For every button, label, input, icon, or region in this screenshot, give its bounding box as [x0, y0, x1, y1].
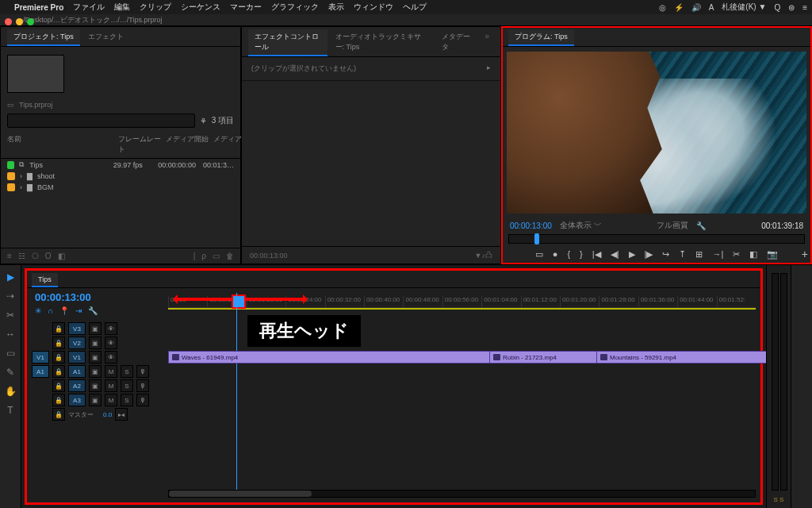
timeline-timecode[interactable]: 00:00:13:00	[35, 291, 91, 303]
zoom-slider-icon[interactable]: O	[45, 252, 52, 260]
status-record-icon[interactable]: ◎	[659, 3, 666, 12]
menu-marker[interactable]: マーカー	[230, 2, 262, 13]
menu-graphics[interactable]: グラフィック	[271, 2, 319, 13]
lock-icon[interactable]: 🔒	[52, 379, 65, 392]
clip-robin[interactable]: Robin - 21723.mp4	[489, 351, 601, 364]
document-tab[interactable]: ~/Desktop/…ビデオストック…/…/Tips.prproj	[0, 14, 812, 26]
trash-icon[interactable]: 🗑	[226, 252, 234, 260]
lift-icon[interactable]: ⤒	[679, 249, 686, 260]
tab-project[interactable]: プロジェクト: Tips	[7, 29, 80, 46]
track-label[interactable]: A3	[68, 394, 86, 406]
master-value[interactable]: 0.0	[103, 411, 112, 418]
comparison-icon[interactable]: ✂	[733, 249, 740, 260]
track-label[interactable]: V1	[68, 351, 86, 364]
status-notifications-icon[interactable]: ≡	[802, 3, 807, 12]
program-timecode[interactable]: 00:00:13:00	[510, 221, 552, 230]
zoom-icon[interactable]	[27, 18, 34, 25]
status-user[interactable]: 札後健(K) ▼	[722, 2, 766, 13]
menu-help[interactable]: ヘルプ	[403, 2, 427, 13]
snap-icon[interactable]: ✳	[35, 306, 41, 315]
toggle-output-icon[interactable]: ▣	[89, 365, 102, 378]
menu-clip[interactable]: クリップ	[140, 2, 171, 13]
status-wifi-icon[interactable]: ⚡	[674, 3, 684, 12]
meter-solo-labels[interactable]: S S	[767, 496, 791, 503]
col-media-start[interactable]: メディア開始	[166, 134, 213, 155]
track-select-tool-icon[interactable]: ⇢	[6, 291, 14, 302]
tab-program[interactable]: プログラム: Tips	[508, 29, 574, 46]
close-icon[interactable]	[5, 18, 12, 25]
source-patch-a1[interactable]: A1	[32, 365, 49, 378]
go-in-icon[interactable]: {	[567, 249, 570, 260]
eye-icon[interactable]: 👁	[105, 351, 117, 364]
project-search-input[interactable]	[7, 114, 195, 128]
eye-icon[interactable]: 👁	[105, 322, 117, 335]
project-row-folder-bgm[interactable]: › ▇ BGM	[1, 182, 240, 193]
auto-seq-icon[interactable]: |	[193, 252, 196, 260]
track-a3[interactable]: 🔒A3▣MS🎙	[32, 393, 756, 407]
program-quality-select[interactable]: フル画質	[657, 220, 688, 231]
minimize-icon[interactable]	[16, 18, 23, 25]
track-v1[interactable]: V1🔒V1▣👁 Waves - 61949.mp4 Robin - 21723.…	[32, 350, 756, 364]
app-name[interactable]: Premiere Pro	[14, 3, 63, 12]
mark-out-icon[interactable]: ●	[553, 249, 558, 260]
frame-fwd-icon[interactable]: |▶	[645, 249, 653, 260]
window-controls[interactable]	[0, 14, 39, 29]
filter-icon[interactable]: ⚘	[200, 117, 207, 125]
sort-icon[interactable]: ◧	[58, 252, 65, 260]
chevron-right-icon[interactable]: ›	[20, 183, 22, 191]
insert-icon[interactable]: ⇥	[75, 306, 82, 315]
find-icon[interactable]: ρ	[201, 252, 206, 260]
pen-tool-icon[interactable]: ✎	[6, 367, 14, 378]
tab-effects[interactable]: エフェクト	[82, 29, 130, 46]
track-a1[interactable]: A1🔒A1▣MS🎙	[32, 364, 756, 379]
freeform-view-icon[interactable]: ⎔	[32, 252, 39, 260]
menu-view[interactable]: 表示	[328, 2, 344, 13]
frame-back-icon[interactable]: ◀|	[611, 249, 619, 260]
menu-file[interactable]: ファイル	[73, 2, 105, 13]
settings-icon[interactable]: 🔧	[696, 221, 706, 230]
lock-icon[interactable]: 🔒	[52, 337, 65, 349]
slip-tool-icon[interactable]: ▭	[6, 348, 15, 359]
eye-icon[interactable]: 👁	[105, 337, 117, 349]
track-v3[interactable]: 🔒V3▣👁	[32, 321, 756, 336]
list-view-icon[interactable]: ≡	[7, 252, 12, 260]
status-sound-icon[interactable]: 🔊	[691, 3, 701, 12]
voiceover-icon[interactable]: 🎙	[136, 365, 149, 378]
toggle-output-icon[interactable]: ▣	[89, 379, 102, 392]
new-bin-icon[interactable]: ▭	[213, 252, 220, 260]
sequence-thumbnail[interactable]	[7, 55, 64, 93]
tab-effect-controls[interactable]: エフェクトコントロール	[248, 29, 327, 56]
type-tool-icon[interactable]: T	[7, 405, 13, 416]
track-label[interactable]: A2	[68, 379, 86, 392]
tab-sequence[interactable]: Tips	[32, 273, 58, 287]
lock-icon[interactable]: 🔒	[52, 351, 65, 364]
audio-meter[interactable]: S S	[766, 265, 791, 508]
linked-sel-icon[interactable]: ∩	[48, 306, 53, 315]
program-zoom-select[interactable]: 全体表示 ﹀	[560, 220, 602, 231]
step-fwd-icon[interactable]: ↪	[662, 249, 669, 260]
col-media[interactable]: メディア	[213, 134, 245, 155]
selection-tool-icon[interactable]: ▶	[7, 271, 14, 283]
track-label[interactable]: V2	[68, 337, 86, 349]
track-v2[interactable]: 🔒V2▣👁	[32, 336, 756, 350]
status-search-icon[interactable]: Q	[774, 3, 780, 12]
track-label[interactable]: V3	[68, 322, 86, 335]
settings-icon[interactable]: 🔧	[88, 306, 98, 315]
track-label[interactable]: A1	[68, 365, 86, 378]
col-framerate[interactable]: フレームレート	[118, 134, 166, 155]
ripple-tool-icon[interactable]: ✂	[6, 310, 14, 321]
export-frame-icon[interactable]: →|	[712, 249, 723, 260]
project-row-folder-shoot[interactable]: › ▇ shoot	[1, 171, 240, 182]
work-area-bar[interactable]	[168, 308, 756, 310]
toggle-output-icon[interactable]: ▣	[89, 351, 102, 364]
track-master[interactable]: 🔒マスター0.0▸◂	[32, 407, 756, 421]
lock-icon[interactable]: 🔒	[52, 322, 65, 335]
extract-icon[interactable]: ⊞	[695, 249, 703, 260]
project-row-sequence[interactable]: ⧉ Tips 29.97 fps 00:00:00:00 00:01:3…	[1, 159, 240, 171]
program-scrub-bar[interactable]	[508, 234, 805, 244]
menu-edit[interactable]: 編集	[114, 2, 130, 13]
clip-mountains[interactable]: Mountains - 59291.mp4	[596, 351, 770, 364]
status-ime-icon[interactable]: A	[709, 3, 714, 12]
lock-icon[interactable]: 🔒	[52, 408, 65, 421]
icon-view-icon[interactable]: ☷	[18, 252, 25, 260]
